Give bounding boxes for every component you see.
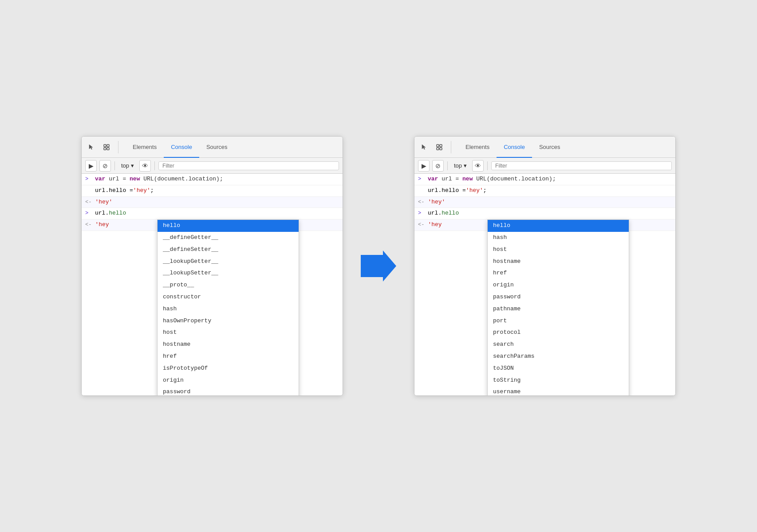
right-tab-icons [418,141,451,153]
autocomplete-item-constructor[interactable]: constructor [158,291,299,303]
right-output-arrow: <- [418,198,424,207]
right-autocomplete-item-searchParams[interactable]: searchParams [488,351,629,363]
right-keyword-var: var [428,176,438,182]
right-code-text: url.hello = [428,186,466,196]
right-autocomplete-item-toJSON[interactable]: toJSON [488,363,629,375]
right-autocomplete-item-protocol[interactable]: protocol [488,327,629,339]
autocomplete-item-hello[interactable]: hello [158,220,299,232]
right-autocomplete-item-hostname[interactable]: hostname [488,256,629,268]
right-chevron-down-icon: ▾ [464,162,467,169]
right-block-icon[interactable]: ⊘ [432,160,444,172]
right-context-selector[interactable]: top ▾ [451,161,469,170]
right-autocomplete-item-href[interactable]: href [488,267,629,279]
spacer [85,186,91,195]
autocomplete-item-hash[interactable]: hash [158,303,299,315]
right-autocomplete-item-toString[interactable]: toString [488,375,629,387]
right-autocomplete-item-origin[interactable]: origin [488,279,629,291]
eye-icon[interactable]: 👁 [139,160,151,172]
toolbar-divider-2 [154,161,155,170]
console-line-3: > url. hello [82,208,343,219]
right-toolbar: ▶ ⊘ top ▾ 👁 [414,158,675,174]
right-autocomplete-item-password[interactable]: password [488,291,629,303]
right-autocomplete-item-port[interactable]: port [488,315,629,327]
svg-rect-3 [107,148,109,150]
right-autocomplete-item-search[interactable]: search [488,339,629,351]
code-text: url = [109,176,130,182]
right-run-icon[interactable]: ▶ [418,160,430,172]
right-autocomplete-item-host[interactable]: host [488,244,629,256]
right-code-string-hey: 'hey' [466,186,483,196]
autocomplete-item-isPrototypeOf[interactable]: isPrototypeOf [158,363,299,375]
block-icon[interactable]: ⊘ [99,160,111,172]
input-arrow: > [85,175,91,184]
code-text: url.hello = [95,186,133,196]
output-arrow: <- [85,198,91,207]
right-autocomplete[interactable]: hello hash host hostname href origin pas… [487,219,629,396]
right-tab-console[interactable]: Console [497,137,532,158]
svg-rect-5 [437,145,439,147]
right-element-picker-icon[interactable] [433,141,446,153]
element-picker-icon[interactable] [100,141,113,153]
right-code-text-url: url. [428,209,442,218]
right-console-content: > var url = new URL(document.location); … [414,174,675,395]
right-toolbar-divider-2 [487,161,488,170]
code-text: URL(document.location); [143,176,223,182]
filter-input[interactable] [158,161,339,170]
right-toolbar-divider [447,161,448,170]
right-tab-bar: Elements Console Sources [414,137,675,158]
autocomplete-item-defineGetter[interactable]: __defineGetter__ [158,232,299,244]
left-console-content: > var url = new URL(document.location); … [82,174,343,395]
right-output-string: 'hey' [428,198,445,207]
code-text: url. [95,209,109,218]
cursor-icon[interactable] [85,141,98,153]
toolbar-divider [114,161,115,170]
autocomplete-item-password[interactable]: password [158,386,299,396]
right-keyword-new: new [462,176,473,182]
left-autocomplete[interactable]: hello __defineGetter__ __defineSetter__ … [157,219,299,396]
right-autocomplete-item-hash[interactable]: hash [488,232,629,244]
code-string-hey: 'hey' [133,186,150,196]
autocomplete-item-hasOwnProperty[interactable]: hasOwnProperty [158,315,299,327]
console-line-1b: url.hello = 'hey' ; [82,185,343,197]
tab-sources[interactable]: Sources [199,137,235,158]
autocomplete-item-lookupSetter[interactable]: __lookupSetter__ [158,267,299,279]
autocomplete-item-lookupGetter[interactable]: __lookupGetter__ [158,256,299,268]
svg-rect-6 [440,145,442,147]
tab-console[interactable]: Console [164,137,199,158]
arrow-container [361,250,396,282]
autocomplete-item-proto[interactable]: __proto__ [158,279,299,291]
code-text: ; [150,186,154,196]
right-autocomplete-item-username[interactable]: username [488,386,629,396]
big-arrow-shape [361,250,396,282]
left-tab-icons [85,141,118,153]
right-autocomplete-item-pathname[interactable]: pathname [488,303,629,315]
tab-elements[interactable]: Elements [126,137,164,158]
right-devtools-panel: Elements Console Sources ▶ ⊘ top ▾ 👁 > v… [414,136,676,396]
svg-rect-8 [440,148,442,150]
autocomplete-item-href[interactable]: href [158,351,299,363]
autocomplete-item-origin[interactable]: origin [158,375,299,387]
right-filter-input[interactable] [491,161,672,170]
right-console-line-4: <- 'hey hello hash host hostname href or… [414,219,675,231]
code-property: hello [109,209,126,218]
right-tab-elements[interactable]: Elements [458,137,497,158]
arrow-icon [361,250,396,282]
autocomplete-item-hostname[interactable]: hostname [158,339,299,351]
svg-marker-4 [361,250,396,282]
output-partial: 'hey [95,220,109,230]
right-autocomplete-item-hello[interactable]: hello [488,220,629,232]
right-input-arrow: > [418,175,424,184]
input-arrow-2: > [85,209,91,218]
right-tab-sources[interactable]: Sources [532,137,568,158]
right-eye-icon[interactable]: 👁 [472,160,484,172]
autocomplete-item-defineSetter[interactable]: __defineSetter__ [158,244,299,256]
right-cursor-icon[interactable] [418,141,430,153]
svg-rect-1 [107,145,109,147]
right-console-line-3: > url. hello [414,208,675,219]
context-selector[interactable]: top ▾ [118,161,137,170]
autocomplete-item-host[interactable]: host [158,327,299,339]
right-console-line-1: > var url = new URL(document.location); [414,174,675,185]
console-line-2: <- 'hey' [82,197,343,208]
right-code-text: url = [442,176,462,182]
run-icon[interactable]: ▶ [85,160,97,172]
